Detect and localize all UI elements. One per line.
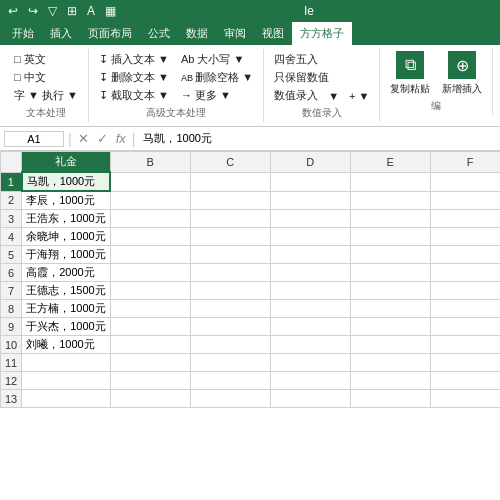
cell-11-B[interactable] [110, 354, 190, 372]
cell-6-E[interactable] [350, 264, 430, 282]
cell-11-E[interactable] [350, 354, 430, 372]
tab-review[interactable]: 审阅 [216, 22, 254, 45]
cell-6-D[interactable] [270, 264, 350, 282]
cell-7-B[interactable] [110, 282, 190, 300]
copy-paste-icon[interactable]: ⧉ [396, 51, 424, 79]
cell-10-F[interactable] [430, 336, 500, 354]
cell-10-E[interactable] [350, 336, 430, 354]
tab-start[interactable]: 开始 [4, 22, 42, 45]
col-header-b[interactable]: B [110, 152, 190, 173]
cell-9-F[interactable] [430, 318, 500, 336]
confirm-formula-icon[interactable]: ✓ [95, 131, 110, 146]
cell-1-E[interactable] [350, 172, 430, 191]
tab-layout[interactable]: 页面布局 [80, 22, 140, 45]
cell-7-F[interactable] [430, 282, 500, 300]
cell-12-E[interactable] [350, 372, 430, 390]
cell-7-E[interactable] [350, 282, 430, 300]
chinese-checkbox[interactable]: □ 中文 [10, 69, 82, 86]
delete-text-button[interactable]: ↧ 删除文本 ▼ [95, 69, 173, 86]
cell-7-A[interactable]: 王德志，1500元 [22, 282, 110, 300]
row-header-13[interactable]: 13 [1, 390, 22, 408]
cell-12-C[interactable] [190, 372, 270, 390]
round-button[interactable]: 四舍五入 [270, 51, 373, 68]
row-header-11[interactable]: 11 [1, 354, 22, 372]
tab-ffgz[interactable]: 方方格子 [292, 22, 352, 45]
cell-8-E[interactable] [350, 300, 430, 318]
row-header-9[interactable]: 9 [1, 318, 22, 336]
row-header-2[interactable]: 2 [1, 191, 22, 210]
row-header-8[interactable]: 8 [1, 300, 22, 318]
cell-4-A[interactable]: 余晓坤，1000元 [22, 228, 110, 246]
cell-7-C[interactable] [190, 282, 270, 300]
cell-5-F[interactable] [430, 246, 500, 264]
cell-6-F[interactable] [430, 264, 500, 282]
cell-5-C[interactable] [190, 246, 270, 264]
cell-10-B[interactable] [110, 336, 190, 354]
row-header-6[interactable]: 6 [1, 264, 22, 282]
cell-8-D[interactable] [270, 300, 350, 318]
name-box[interactable] [4, 131, 64, 147]
cell-7-D[interactable] [270, 282, 350, 300]
new-insert-icon[interactable]: ⊕ [448, 51, 476, 79]
cell-1-F[interactable] [430, 172, 500, 191]
cell-13-D[interactable] [270, 390, 350, 408]
cell-3-C[interactable] [190, 210, 270, 228]
row-header-7[interactable]: 7 [1, 282, 22, 300]
cell-3-F[interactable] [430, 210, 500, 228]
col-header-e[interactable]: E [350, 152, 430, 173]
cell-8-F[interactable] [430, 300, 500, 318]
formula-input[interactable] [139, 132, 496, 146]
tab-formula[interactable]: 公式 [140, 22, 178, 45]
row-header-12[interactable]: 12 [1, 372, 22, 390]
cell-2-C[interactable] [190, 191, 270, 210]
cancel-formula-icon[interactable]: ✕ [76, 131, 91, 146]
cell-5-B[interactable] [110, 246, 190, 264]
cell-1-C[interactable] [190, 172, 270, 191]
cell-10-C[interactable] [190, 336, 270, 354]
keep-numeric-button[interactable]: 只保留数值 [270, 69, 373, 86]
cell-9-C[interactable] [190, 318, 270, 336]
col-header-c[interactable]: C [190, 152, 270, 173]
cell-2-B[interactable] [110, 191, 190, 210]
redo-button[interactable]: ↪ [26, 4, 40, 18]
cell-12-F[interactable] [430, 372, 500, 390]
cell-6-B[interactable] [110, 264, 190, 282]
table-button[interactable]: ▦ [103, 4, 118, 18]
cell-2-D[interactable] [270, 191, 350, 210]
col-header-a[interactable]: 礼金 [22, 152, 110, 173]
insert-function-icon[interactable]: fx [114, 131, 128, 146]
cell-13-C[interactable] [190, 390, 270, 408]
cell-4-F[interactable] [430, 228, 500, 246]
row-header-4[interactable]: 4 [1, 228, 22, 246]
cell-9-B[interactable] [110, 318, 190, 336]
cell-11-F[interactable] [430, 354, 500, 372]
cell-3-B[interactable] [110, 210, 190, 228]
cell-3-E[interactable] [350, 210, 430, 228]
remove-space-button[interactable]: AB删除空格 ▼ [177, 69, 257, 86]
new-insert-label-btn[interactable]: 新增插入 [438, 81, 486, 97]
cell-12-B[interactable] [110, 372, 190, 390]
tab-data[interactable]: 数据 [178, 22, 216, 45]
cell-12-A[interactable] [22, 372, 110, 390]
cell-2-A[interactable]: 李辰，1000元 [22, 191, 110, 210]
cell-5-E[interactable] [350, 246, 430, 264]
cell-2-F[interactable] [430, 191, 500, 210]
cell-11-D[interactable] [270, 354, 350, 372]
row-header-5[interactable]: 5 [1, 246, 22, 264]
cell-9-E[interactable] [350, 318, 430, 336]
cell-4-D[interactable] [270, 228, 350, 246]
row-header-1[interactable]: 1 [1, 172, 22, 191]
cell-6-C[interactable] [190, 264, 270, 282]
cell-3-A[interactable]: 王浩东，1000元 [22, 210, 110, 228]
cell-10-D[interactable] [270, 336, 350, 354]
cell-13-A[interactable] [22, 390, 110, 408]
filter-button[interactable]: ▽ [46, 4, 59, 18]
tab-view[interactable]: 视图 [254, 22, 292, 45]
copy-paste-label-btn[interactable]: 复制粘贴 [386, 81, 434, 97]
undo-button[interactable]: ↩ [6, 4, 20, 18]
cell-1-D[interactable] [270, 172, 350, 191]
cell-5-D[interactable] [270, 246, 350, 264]
cell-9-A[interactable]: 于兴杰，1000元 [22, 318, 110, 336]
cell-1-B[interactable] [110, 172, 190, 191]
row-header-3[interactable]: 3 [1, 210, 22, 228]
